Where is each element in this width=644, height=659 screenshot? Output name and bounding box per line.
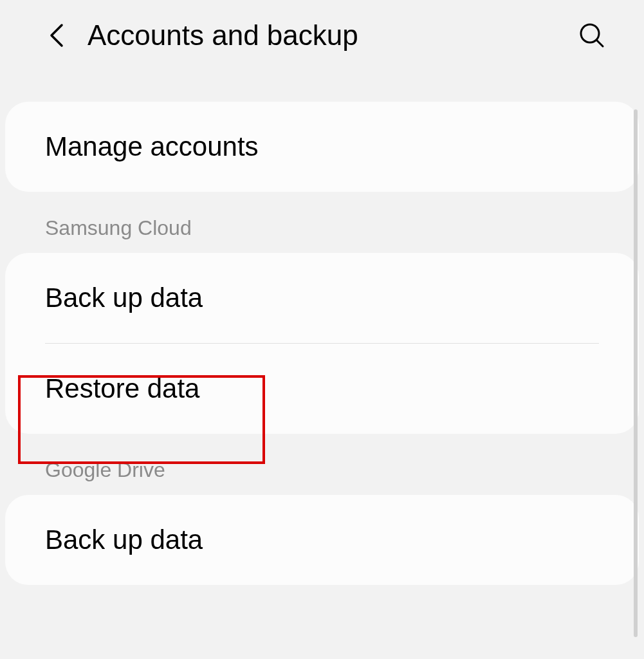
page-title: Accounts and backup xyxy=(87,19,578,51)
manage-accounts-item[interactable]: Manage accounts xyxy=(5,102,639,192)
samsung-cloud-card: Back up data Restore data xyxy=(5,253,639,434)
search-button[interactable] xyxy=(578,22,605,49)
samsung-cloud-section-header: Samsung Cloud xyxy=(5,192,639,253)
google-backup-item[interactable]: Back up data xyxy=(5,495,639,585)
manage-accounts-card: Manage accounts xyxy=(5,102,639,192)
app-header: Accounts and backup xyxy=(0,0,644,77)
google-drive-section-header: Google Drive xyxy=(5,434,639,495)
search-icon xyxy=(578,22,605,49)
content-area: Manage accounts Samsung Cloud Back up da… xyxy=(0,102,644,585)
samsung-backup-item[interactable]: Back up data xyxy=(5,253,639,343)
scroll-indicator xyxy=(634,109,638,637)
google-drive-card: Back up data xyxy=(5,495,639,585)
back-button[interactable] xyxy=(45,24,68,47)
svg-line-1 xyxy=(596,40,603,46)
samsung-restore-item[interactable]: Restore data xyxy=(5,344,639,434)
chevron-left-icon xyxy=(49,23,64,48)
